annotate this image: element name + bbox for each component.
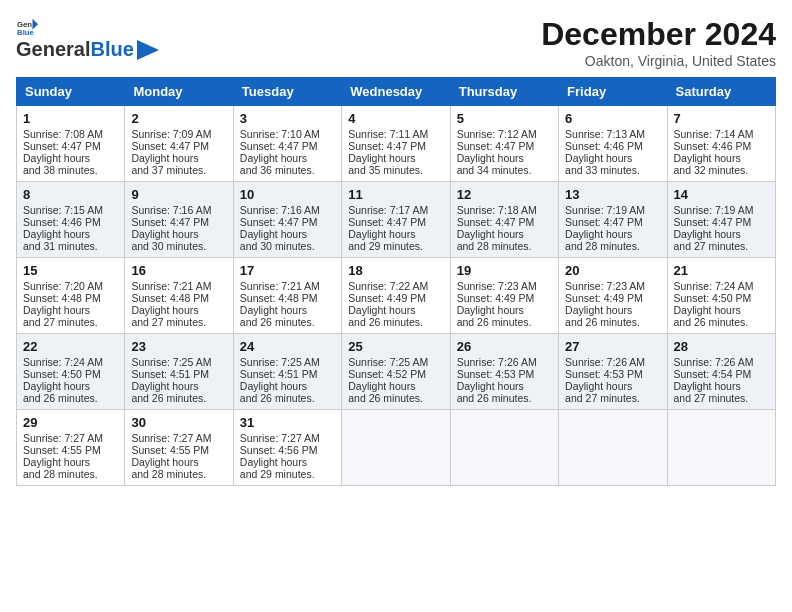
sunrise-text: Sunrise: 7:22 AM [348,280,443,292]
day-number: 7 [674,111,769,126]
calendar-day-cell: 30Sunrise: 7:27 AMSunset: 4:55 PMDayligh… [125,410,233,486]
day-number: 3 [240,111,335,126]
sunrise-text: Sunrise: 7:16 AM [240,204,335,216]
day-number: 15 [23,263,118,278]
sunrise-text: Sunrise: 7:25 AM [131,356,226,368]
calendar-header-monday: Monday [125,78,233,106]
logo-blue-text: Blue [90,38,133,61]
calendar-header-tuesday: Tuesday [233,78,341,106]
calendar-day-cell: 31Sunrise: 7:27 AMSunset: 4:56 PMDayligh… [233,410,341,486]
svg-text:Blue: Blue [17,28,34,37]
day-number: 13 [565,187,660,202]
day-number: 10 [240,187,335,202]
location: Oakton, Virginia, United States [541,53,776,69]
sunrise-text: Sunrise: 7:26 AM [674,356,769,368]
sunrise-text: Sunrise: 7:12 AM [457,128,552,140]
logo: Gen Blue General Blue [16,16,159,61]
daylight-minutes: and 36 minutes. [240,164,335,176]
daylight-minutes: and 27 minutes. [131,316,226,328]
calendar-day-cell: 13Sunrise: 7:19 AMSunset: 4:47 PMDayligh… [559,182,667,258]
svg-marker-3 [137,40,159,60]
day-number: 14 [674,187,769,202]
sunrise-text: Sunrise: 7:25 AM [348,356,443,368]
sunrise-text: Sunrise: 7:24 AM [23,356,118,368]
calendar-table: SundayMondayTuesdayWednesdayThursdayFrid… [16,77,776,486]
daylight-label: Daylight hours [23,456,118,468]
calendar-day-cell [342,410,450,486]
daylight-label: Daylight hours [565,304,660,316]
sunset-text: Sunset: 4:47 PM [131,216,226,228]
day-number: 9 [131,187,226,202]
calendar-week-row: 1Sunrise: 7:08 AMSunset: 4:47 PMDaylight… [17,106,776,182]
daylight-label: Daylight hours [565,380,660,392]
sunset-text: Sunset: 4:47 PM [457,140,552,152]
daylight-label: Daylight hours [674,152,769,164]
daylight-label: Daylight hours [348,152,443,164]
sunset-text: Sunset: 4:47 PM [131,140,226,152]
calendar-day-cell: 1Sunrise: 7:08 AMSunset: 4:47 PMDaylight… [17,106,125,182]
calendar-week-row: 15Sunrise: 7:20 AMSunset: 4:48 PMDayligh… [17,258,776,334]
daylight-minutes: and 26 minutes. [457,316,552,328]
sunset-text: Sunset: 4:55 PM [131,444,226,456]
sunrise-text: Sunrise: 7:23 AM [565,280,660,292]
calendar-header-row: SundayMondayTuesdayWednesdayThursdayFrid… [17,78,776,106]
sunset-text: Sunset: 4:49 PM [348,292,443,304]
daylight-label: Daylight hours [131,380,226,392]
daylight-minutes: and 35 minutes. [348,164,443,176]
calendar-day-cell [559,410,667,486]
day-number: 28 [674,339,769,354]
sunrise-text: Sunrise: 7:27 AM [131,432,226,444]
calendar-day-cell [667,410,775,486]
sunrise-text: Sunrise: 7:10 AM [240,128,335,140]
day-number: 23 [131,339,226,354]
day-number: 29 [23,415,118,430]
daylight-label: Daylight hours [240,380,335,392]
daylight-minutes: and 29 minutes. [348,240,443,252]
sunrise-text: Sunrise: 7:09 AM [131,128,226,140]
day-number: 27 [565,339,660,354]
calendar-week-row: 8Sunrise: 7:15 AMSunset: 4:46 PMDaylight… [17,182,776,258]
sunset-text: Sunset: 4:51 PM [131,368,226,380]
daylight-minutes: and 26 minutes. [240,316,335,328]
daylight-minutes: and 30 minutes. [131,240,226,252]
day-number: 20 [565,263,660,278]
daylight-minutes: and 37 minutes. [131,164,226,176]
sunrise-text: Sunrise: 7:17 AM [348,204,443,216]
day-number: 1 [23,111,118,126]
daylight-minutes: and 33 minutes. [565,164,660,176]
logo-flag-icon [137,40,159,60]
daylight-minutes: and 29 minutes. [240,468,335,480]
daylight-minutes: and 26 minutes. [23,392,118,404]
sunrise-text: Sunrise: 7:19 AM [565,204,660,216]
day-number: 22 [23,339,118,354]
calendar-day-cell: 8Sunrise: 7:15 AMSunset: 4:46 PMDaylight… [17,182,125,258]
day-number: 11 [348,187,443,202]
daylight-minutes: and 26 minutes. [240,392,335,404]
sunrise-text: Sunrise: 7:15 AM [23,204,118,216]
calendar-day-cell: 18Sunrise: 7:22 AMSunset: 4:49 PMDayligh… [342,258,450,334]
daylight-minutes: and 26 minutes. [131,392,226,404]
daylight-minutes: and 27 minutes. [565,392,660,404]
daylight-label: Daylight hours [240,152,335,164]
sunrise-text: Sunrise: 7:13 AM [565,128,660,140]
day-number: 8 [23,187,118,202]
calendar-week-row: 22Sunrise: 7:24 AMSunset: 4:50 PMDayligh… [17,334,776,410]
calendar-header-wednesday: Wednesday [342,78,450,106]
daylight-label: Daylight hours [131,152,226,164]
calendar-day-cell: 9Sunrise: 7:16 AMSunset: 4:47 PMDaylight… [125,182,233,258]
sunset-text: Sunset: 4:46 PM [674,140,769,152]
daylight-label: Daylight hours [23,228,118,240]
daylight-label: Daylight hours [131,456,226,468]
daylight-label: Daylight hours [674,380,769,392]
sunset-text: Sunset: 4:47 PM [674,216,769,228]
daylight-label: Daylight hours [565,228,660,240]
sunset-text: Sunset: 4:47 PM [348,216,443,228]
sunrise-text: Sunrise: 7:26 AM [565,356,660,368]
calendar-day-cell: 4Sunrise: 7:11 AMSunset: 4:47 PMDaylight… [342,106,450,182]
sunset-text: Sunset: 4:50 PM [23,368,118,380]
sunrise-text: Sunrise: 7:14 AM [674,128,769,140]
page-header: Gen Blue General Blue December 2024 Oakt… [16,16,776,69]
calendar-day-cell: 29Sunrise: 7:27 AMSunset: 4:55 PMDayligh… [17,410,125,486]
daylight-label: Daylight hours [23,380,118,392]
day-number: 12 [457,187,552,202]
